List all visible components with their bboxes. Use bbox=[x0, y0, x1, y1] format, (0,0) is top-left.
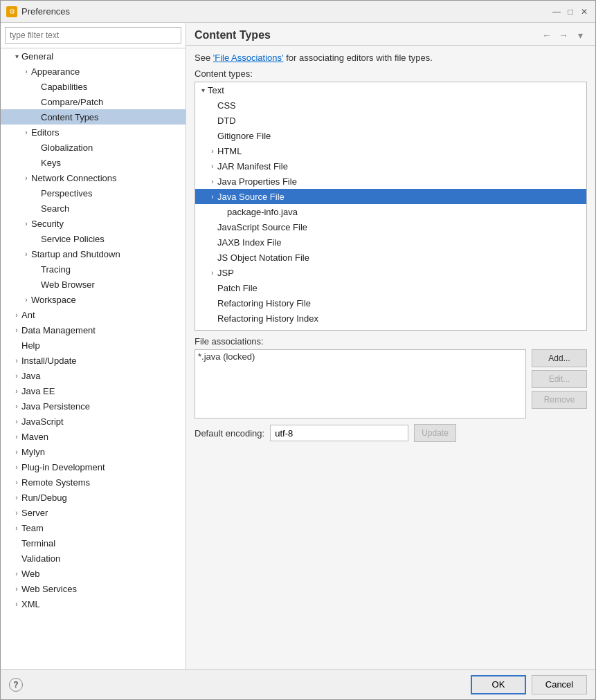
sidebar-label-mylyn: Mylyn bbox=[21, 447, 45, 457]
sidebar-item-tracing[interactable]: Tracing bbox=[1, 261, 186, 277]
sidebar-item-run-debug[interactable]: › Run/Debug bbox=[1, 490, 186, 505]
expand-icon-data-management: › bbox=[12, 326, 21, 334]
sidebar-label-security: Security bbox=[31, 219, 64, 229]
sidebar-label-perspectives: Perspectives bbox=[41, 188, 92, 199]
sidebar-item-javascript[interactable]: › JavaScript bbox=[1, 414, 186, 429]
sidebar-item-perspectives[interactable]: Perspectives bbox=[1, 185, 186, 201]
sidebar-item-team[interactable]: › Team bbox=[1, 520, 186, 535]
ct-item-jaxb-index[interactable]: JAXB Index File bbox=[195, 234, 586, 250]
ct-item-gitignore[interactable]: Gitignore File bbox=[195, 128, 586, 143]
sidebar-item-java-ee[interactable]: › Java EE bbox=[1, 383, 186, 398]
ct-item-javascript-source[interactable]: JavaScript Source File bbox=[195, 219, 586, 234]
ct-item-java-properties[interactable]: › Java Properties File bbox=[195, 174, 586, 189]
ct-item-dtd[interactable]: DTD bbox=[195, 113, 586, 128]
expand-icon-remote-systems: › bbox=[12, 479, 21, 486]
sidebar-item-java[interactable]: › Java bbox=[1, 368, 186, 383]
nav-forward-button[interactable]: → bbox=[557, 28, 570, 42]
sidebar-label-install: Install/Update bbox=[21, 356, 77, 366]
sidebar-item-content-types[interactable]: Content Types bbox=[1, 109, 186, 125]
content-types-list[interactable]: ▾ Text CSS DTD Gitignore File bbox=[195, 82, 587, 331]
encoding-input[interactable] bbox=[270, 425, 408, 441]
sidebar-item-globalization[interactable]: Globalization bbox=[1, 140, 186, 155]
sidebar-item-maven[interactable]: › Maven bbox=[1, 429, 186, 444]
ct-item-jar-manifest[interactable]: › JAR Manifest File bbox=[195, 158, 586, 174]
file-assoc-list[interactable]: *.java (locked) bbox=[195, 349, 526, 418]
expand-icon-general: ▾ bbox=[12, 53, 21, 60]
sidebar-item-java-persistence[interactable]: › Java Persistence bbox=[1, 398, 186, 414]
sidebar-item-server[interactable]: › Server bbox=[1, 505, 186, 520]
sidebar-label-content-types: Content Types bbox=[41, 112, 99, 122]
main-content: ▾ General › Appearance Capabilities Comp… bbox=[1, 23, 595, 669]
expand-icon-web: › bbox=[12, 570, 21, 578]
sidebar-item-xml[interactable]: › XML bbox=[1, 596, 186, 611]
sidebar-item-mylyn[interactable]: › Mylyn bbox=[1, 444, 186, 459]
ct-item-text[interactable]: ▾ Text bbox=[195, 82, 586, 98]
add-button[interactable]: Add... bbox=[532, 349, 587, 367]
ct-item-patch-file[interactable]: Patch File bbox=[195, 280, 586, 295]
panel-header: Content Types ← → ▾ bbox=[186, 23, 595, 46]
sidebar-item-validation[interactable]: Validation bbox=[1, 551, 186, 566]
edit-button[interactable]: Edit... bbox=[532, 370, 587, 388]
app-icon: ⚙ bbox=[6, 6, 17, 17]
expand-icon-java-source: › bbox=[208, 193, 217, 201]
sidebar-label-keys: Keys bbox=[41, 158, 61, 168]
expand-icon-java-persistence: › bbox=[12, 403, 21, 410]
ct-item-refactoring-history[interactable]: Refactoring History File bbox=[195, 295, 586, 311]
title-bar-left: ⚙ Preferences bbox=[6, 6, 70, 17]
nav-dropdown-button[interactable]: ▾ bbox=[573, 28, 587, 42]
sidebar-item-web-browser[interactable]: Web Browser bbox=[1, 277, 186, 292]
help-icon[interactable]: ? bbox=[9, 678, 23, 692]
minimize-button[interactable]: — bbox=[551, 6, 562, 17]
sidebar-item-install-update[interactable]: › Install/Update bbox=[1, 353, 186, 368]
sidebar-item-service-policies[interactable]: Service Policies bbox=[1, 231, 186, 246]
ct-item-refactoring-history-index[interactable]: Refactoring History Index bbox=[195, 311, 586, 326]
ct-item-package-info[interactable]: package-info.java bbox=[195, 204, 586, 219]
search-input[interactable] bbox=[5, 27, 181, 44]
sidebar-item-plugin-dev[interactable]: › Plug-in Development bbox=[1, 459, 186, 475]
sidebar-label-java-ee: Java EE bbox=[21, 386, 55, 396]
sidebar-item-data-management[interactable]: › Data Management bbox=[1, 322, 186, 338]
sidebar-item-workspace[interactable]: › Workspace bbox=[1, 292, 186, 307]
sidebar-item-startup-shutdown[interactable]: › Startup and Shutdown bbox=[1, 246, 186, 261]
sidebar-label-network: Network Connections bbox=[31, 173, 117, 183]
ct-label-jar: JAR Manifest File bbox=[217, 161, 288, 172]
sidebar-item-security[interactable]: › Security bbox=[1, 216, 186, 231]
sidebar-item-terminal[interactable]: Terminal bbox=[1, 535, 186, 551]
maximize-button[interactable]: □ bbox=[565, 6, 576, 17]
sidebar-item-keys[interactable]: Keys bbox=[1, 155, 186, 170]
sidebar-item-capabilities[interactable]: Capabilities bbox=[1, 79, 186, 94]
sidebar-item-remote-systems[interactable]: › Remote Systems bbox=[1, 475, 186, 490]
sidebar-item-appearance[interactable]: › Appearance bbox=[1, 64, 186, 79]
ct-item-html[interactable]: › HTML bbox=[195, 143, 586, 158]
sidebar-item-web-services[interactable]: › Web Services bbox=[1, 581, 186, 596]
sidebar-item-editors[interactable]: › Editors bbox=[1, 125, 186, 140]
sidebar-item-search[interactable]: Search bbox=[1, 201, 186, 216]
ct-item-js-object-notation[interactable]: JS Object Notation File bbox=[195, 250, 586, 265]
expand-icon-java-props: › bbox=[208, 178, 217, 185]
file-assoc-item: *.java (locked) bbox=[198, 351, 255, 362]
sidebar-item-compare-patch[interactable]: Compare/Patch bbox=[1, 94, 186, 109]
sidebar-item-web[interactable]: › Web bbox=[1, 566, 186, 581]
nav-back-button[interactable]: ← bbox=[540, 28, 554, 42]
close-button[interactable]: ✕ bbox=[579, 6, 590, 17]
sidebar-item-help[interactable]: Help bbox=[1, 338, 186, 353]
panel-body: See 'File Associations' for associating … bbox=[186, 46, 595, 669]
remove-button[interactable]: Remove bbox=[532, 391, 587, 409]
expand-icon-security: › bbox=[21, 220, 31, 228]
sidebar-item-general[interactable]: ▾ General bbox=[1, 48, 186, 64]
ct-item-jsp[interactable]: › JSP bbox=[195, 265, 586, 280]
expand-icon-text: ▾ bbox=[198, 86, 208, 94]
sidebar-item-network-connections[interactable]: › Network Connections bbox=[1, 170, 186, 185]
ok-button[interactable]: OK bbox=[471, 675, 526, 694]
ct-item-css[interactable]: CSS bbox=[195, 98, 586, 113]
update-button[interactable]: Update bbox=[414, 424, 456, 442]
cancel-button[interactable]: Cancel bbox=[532, 675, 587, 694]
ct-item-java-source[interactable]: › Java Source File bbox=[195, 189, 586, 204]
sidebar-label-startup: Startup and Shutdown bbox=[31, 249, 120, 259]
window-title: Preferences bbox=[21, 6, 70, 17]
sidebar-item-ant[interactable]: › Ant bbox=[1, 307, 186, 322]
file-assoc-label: File associations: bbox=[195, 336, 587, 347]
file-associations-link[interactable]: 'File Associations' bbox=[213, 53, 284, 63]
bottom-bar: ? OK Cancel bbox=[1, 669, 595, 699]
sidebar-label-general: General bbox=[21, 51, 53, 62]
